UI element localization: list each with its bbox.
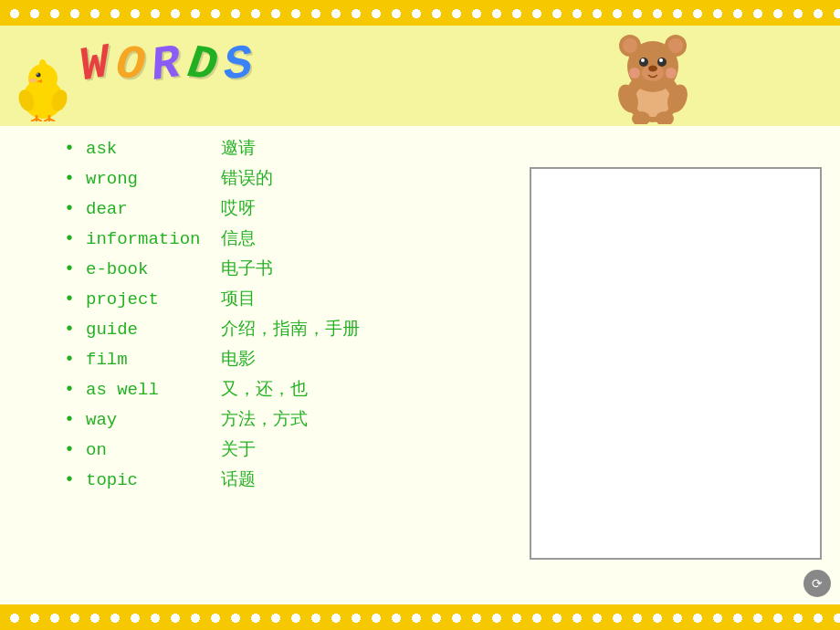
- word-chinese: 哎呀: [221, 196, 256, 223]
- svg-point-30: [629, 68, 640, 79]
- main-content: W O R D S: [0, 26, 840, 604]
- svg-point-27: [659, 58, 663, 62]
- word-english: as well: [86, 377, 214, 404]
- title-letters: W O R D S: [80, 42, 252, 89]
- svg-point-3: [37, 73, 38, 75]
- word-chinese: 方法，方式: [221, 407, 308, 434]
- word-chinese: 信息: [221, 226, 256, 253]
- word-english: e-book: [86, 257, 214, 283]
- bear-decoration: [593, 26, 712, 124]
- svg-point-23: [668, 38, 683, 53]
- letter-w: W: [77, 40, 113, 92]
- word-chinese: 又，还，也: [221, 377, 308, 404]
- word-english: topic: [86, 467, 214, 494]
- svg-point-15: [29, 79, 37, 83]
- letter-o: O: [114, 41, 147, 91]
- word-english: project: [86, 287, 214, 313]
- svg-point-2: [37, 73, 41, 78]
- word-english: dear: [86, 196, 214, 223]
- word-english: guide: [86, 317, 214, 343]
- word-english: wrong: [86, 166, 214, 193]
- word-chinese: 话题: [221, 467, 256, 494]
- vocab-item: ask邀请: [64, 135, 813, 163]
- top-border: [0, 0, 840, 26]
- svg-point-26: [641, 58, 645, 62]
- bottom-border: [0, 604, 840, 630]
- word-chinese: 错误的: [221, 166, 273, 193]
- svg-point-29: [648, 66, 657, 72]
- letter-d: D: [184, 40, 219, 91]
- word-chinese: 介绍，指南，手册: [221, 317, 360, 343]
- svg-point-31: [666, 68, 677, 79]
- chick-decoration: [11, 53, 75, 121]
- letter-r: R: [149, 40, 184, 91]
- word-english: ask: [86, 136, 214, 163]
- word-english: on: [86, 437, 214, 464]
- white-overlay-box: [530, 167, 822, 560]
- word-chinese: 电子书: [221, 257, 273, 283]
- bottom-right-icon: ⟳: [803, 570, 831, 597]
- letter-s: S: [222, 41, 255, 91]
- header-area: W O R D S: [0, 26, 840, 126]
- word-chinese: 电影: [221, 347, 256, 373]
- svg-point-21: [623, 38, 637, 53]
- word-chinese: 邀请: [221, 136, 256, 163]
- word-english: information: [86, 226, 214, 253]
- word-chinese: 项目: [221, 287, 256, 313]
- word-english: film: [86, 347, 214, 373]
- word-chinese: 关于: [221, 437, 256, 464]
- word-english: way: [86, 407, 214, 434]
